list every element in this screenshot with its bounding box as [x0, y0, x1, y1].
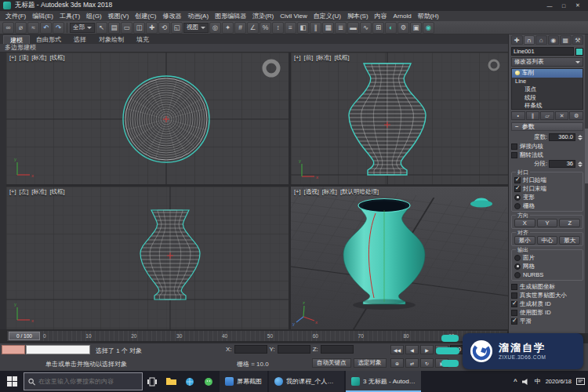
select-by-name-icon[interactable]: ▤ [108, 22, 120, 34]
viewport-perspective[interactable]: x z y [+][透视][标准][默认明暗处理] [291, 187, 508, 329]
play-button[interactable]: ▶ [420, 345, 434, 354]
minimize-button[interactable]: — [543, 1, 557, 11]
mirror-icon[interactable]: ◧ [297, 22, 309, 34]
viewport-top[interactable]: xy [+][顶][标准][线框] [6, 53, 289, 184]
output-radio[interactable]: NURBS [514, 270, 580, 279]
action-center-icon[interactable] [576, 377, 585, 386]
file-explorer-icon[interactable] [162, 371, 180, 392]
use-pivot-point-icon[interactable]: ◎ [209, 22, 221, 34]
menu-item[interactable]: 帮助(H) [415, 12, 442, 20]
direction-button[interactable]: Z [559, 219, 580, 227]
viewport-label[interactable]: [标准] [31, 188, 46, 196]
viewport-label[interactable]: [标准] [316, 54, 331, 62]
viewport-label[interactable]: [左] [20, 188, 29, 196]
taskbar-button[interactable]: 3 无标题 - Autodesk... [346, 371, 421, 392]
track-bar[interactable]: 0 / 100 0102030405060708090100 [6, 330, 508, 342]
degrees-spinner[interactable] [577, 133, 583, 141]
flip-normals-checkbox[interactable]: 翻转法线 [511, 151, 583, 159]
x-coordinate-field[interactable] [234, 345, 267, 354]
weld-core-checkbox[interactable]: 焊接内核 [511, 142, 583, 151]
auto-key-button[interactable]: 自动关键点 [312, 358, 351, 368]
zoom-icon[interactable]: ⊕ [390, 358, 404, 368]
degrees-field[interactable]: 360.0 [549, 133, 575, 141]
viewport-label[interactable]: [+] [294, 188, 301, 196]
viewport-label[interactable]: [前] [304, 54, 314, 62]
cap-checkbox[interactable]: 封口始端 [514, 176, 580, 184]
menu-item[interactable]: 文件(F) [2, 12, 29, 20]
top-viewport-canvas[interactable]: xy [6, 53, 289, 184]
modify-tab-icon[interactable]: ∩ [524, 35, 535, 45]
utilities-tab-icon[interactable]: ⚒ [572, 35, 584, 45]
rendered-frame-icon[interactable]: ▣ [410, 22, 422, 34]
search-input[interactable] [38, 378, 138, 385]
ribbon-tab[interactable]: 填充 [130, 35, 155, 44]
snap-toggle-3d-icon[interactable]: # [234, 22, 246, 34]
unlink-selection-icon[interactable]: ⌀ [15, 22, 27, 34]
parameter-checkbox[interactable]: 真实世界贴图大小 [511, 291, 583, 299]
modifier-list-dropdown[interactable]: 修改器列表 [511, 57, 583, 67]
y-coordinate-field[interactable] [278, 345, 310, 354]
menu-item[interactable]: 修改器 [159, 12, 184, 20]
modifier-visibility-icon[interactable] [515, 71, 520, 75]
menu-item[interactable]: Arnold [390, 13, 415, 20]
menu-item[interactable]: Civil View [277, 13, 310, 20]
percent-snap-icon[interactable]: % [260, 22, 271, 34]
angle-snap-icon[interactable]: ∠ [247, 22, 259, 34]
viewport-label[interactable]: [线框] [334, 54, 349, 62]
parameter-checkbox[interactable]: 生成材质 ID [511, 299, 583, 308]
ime-indicator[interactable]: 中 [535, 377, 541, 386]
align-button[interactable]: 中心 [537, 236, 558, 245]
display-tab-icon[interactable]: ▦ [560, 35, 572, 45]
parameter-checkbox[interactable]: 生成贴图坐标 [511, 282, 583, 291]
align-icon[interactable]: ∥ [310, 22, 321, 34]
viewport-label[interactable]: [+] [9, 54, 16, 62]
modifier-stack-row[interactable]: Line [512, 78, 583, 86]
menu-item[interactable]: 组(G) [83, 12, 105, 20]
output-radio[interactable]: 面片 [514, 253, 580, 262]
menu-item[interactable]: 图形编辑器 [212, 12, 249, 20]
hierarchy-tab-icon[interactable]: ⌂ [535, 35, 547, 45]
material-editor-icon[interactable]: ◐ [385, 22, 397, 34]
ribbon-toggle-icon[interactable]: ▬ [347, 22, 359, 34]
align-button[interactable]: 最小 [514, 236, 535, 245]
redo-icon[interactable]: ↷ [53, 22, 64, 34]
create-tab-icon[interactable]: ✚ [511, 35, 523, 45]
select-and-manipulate-icon[interactable]: ✦ [222, 22, 234, 34]
select-and-link-icon[interactable]: ∞ [2, 22, 14, 34]
viewport-label[interactable]: [+] [9, 188, 16, 196]
parameter-checkbox[interactable]: 使用图形 ID [511, 308, 583, 317]
macro-recorder-field[interactable] [2, 345, 25, 354]
undo-icon[interactable]: ↶ [40, 22, 52, 34]
viewport-front[interactable]: xy [+][前][标准][线框] [291, 53, 508, 184]
perspective-viewport-canvas[interactable]: x z y [291, 187, 508, 329]
modifier-stack-row[interactable]: 样条线 [512, 102, 583, 110]
layer-manager-icon[interactable]: ≣ [335, 22, 347, 34]
menu-item[interactable]: 编辑(E) [29, 12, 56, 20]
taskbar-button[interactable]: 我的课程_个人中心... [269, 371, 344, 392]
ribbon-tab[interactable]: 自由形式 [30, 35, 67, 44]
parameters-rollout-header[interactable]: − 参数 [511, 122, 583, 131]
scene-explorer-icon[interactable]: ▦ [322, 22, 334, 34]
render-setup-icon[interactable]: ⚙ [397, 22, 409, 34]
selection-filter-dropdown[interactable]: 全部 [70, 23, 95, 33]
cap-checkbox[interactable]: 封口末端 [514, 184, 580, 193]
select-and-scale-icon[interactable]: ◱ [171, 22, 183, 34]
viewport-label[interactable]: [透视] [304, 188, 319, 196]
maxscript-mini-listener[interactable] [26, 345, 90, 354]
menu-item[interactable]: 创建(C) [132, 12, 159, 20]
z-coordinate-field[interactable] [321, 345, 354, 354]
named-selection-sets-icon[interactable]: ≡ [285, 22, 296, 34]
time-slider[interactable]: 0 / 100 [9, 332, 40, 340]
direction-button[interactable]: Y [537, 219, 558, 227]
align-button[interactable]: 最大 [559, 236, 580, 245]
show-end-result-icon[interactable]: ∥ [526, 111, 540, 120]
browser-icon[interactable] [180, 371, 199, 392]
ribbon-collapsed-panel[interactable]: 多边形建模 [0, 44, 508, 53]
clock-date[interactable]: 2020/6/18 [546, 378, 572, 385]
pin-stack-icon[interactable]: • [511, 111, 525, 120]
curve-editor-icon[interactable]: ∿ [360, 22, 372, 34]
select-and-move-icon[interactable]: ✚ [146, 22, 158, 34]
panel-scrollbar[interactable] [585, 34, 588, 333]
menu-item[interactable]: 内容 [372, 12, 390, 20]
viewport-label[interactable]: [标准] [31, 54, 46, 62]
